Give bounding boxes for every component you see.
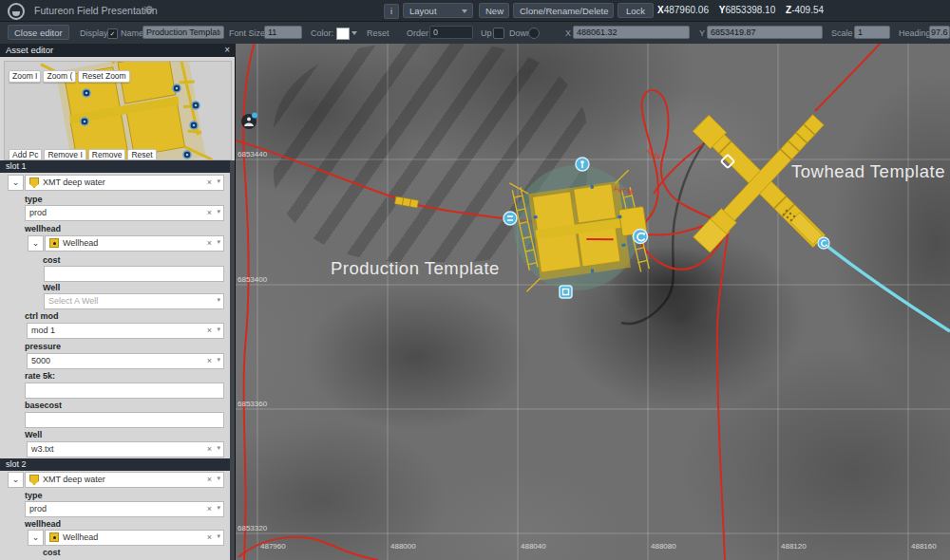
towhead-template-asset[interactable]: [693, 112, 826, 252]
chevron-down-icon[interactable]: ⌄: [28, 530, 44, 546]
clear-icon[interactable]: ×: [207, 473, 212, 487]
slot1-rate-input[interactable]: [25, 383, 224, 399]
slot1-well-select[interactable]: Select A Well ▾: [44, 293, 224, 309]
caret-down-icon[interactable]: ▾: [217, 205, 220, 218]
reset-button[interactable]: Reset: [127, 149, 156, 160]
sidebar-scrollbar[interactable]: [230, 160, 235, 560]
umbilical-line[interactable]: [822, 242, 950, 331]
reset-color-button[interactable]: Reset: [367, 28, 390, 38]
slot1-type-combo[interactable]: prod ×▾: [25, 205, 224, 221]
slot2-type-label: type: [25, 491, 43, 500]
add-port-button[interactable]: Add Pc: [9, 149, 42, 160]
color-swatch[interactable]: [336, 28, 350, 40]
close-icon[interactable]: ×: [224, 44, 230, 57]
display-checkbox[interactable]: ✓: [107, 28, 118, 39]
clear-icon[interactable]: ×: [207, 236, 212, 251]
handle-towhead[interactable]: [818, 237, 829, 249]
caret-down-icon[interactable]: ▾: [217, 441, 220, 455]
caret-down-icon[interactable]: ▾: [217, 293, 220, 307]
slot2-asset-combo[interactable]: XMT deep water ×▾: [25, 472, 224, 488]
field-map-canvas[interactable]: Production Template Towhead Template 48.…: [236, 44, 950, 560]
clear-icon[interactable]: ×: [207, 206, 212, 220]
scale-input[interactable]: [854, 26, 890, 39]
color-caret-icon[interactable]: [352, 31, 357, 35]
reset-zoom-button[interactable]: Reset Zoom: [78, 70, 129, 83]
slot1-rate-label: rate 5k:: [25, 371, 55, 381]
field-map[interactable]: Production Template Towhead Template 48.…: [236, 44, 950, 560]
chevron-down-icon[interactable]: ⌄: [8, 472, 24, 488]
slot1-pressure-value: 5000: [31, 356, 50, 365]
app-title: Futureon Field Presentation: [34, 5, 158, 16]
flowline-south[interactable]: [717, 220, 730, 560]
app-logo-icon: [8, 3, 25, 20]
slot1-pressure-combo[interactable]: 5000 ×▾: [27, 353, 224, 369]
slot1-wellfile-label: Well: [25, 430, 42, 439]
caret-down-icon[interactable]: ▾: [217, 501, 220, 514]
new-button[interactable]: New: [479, 3, 509, 18]
gear-icon[interactable]: ⚙: [144, 4, 154, 16]
towhead-template-label[interactable]: Towhead Template: [791, 161, 945, 181]
y-input[interactable]: [707, 26, 823, 39]
slot1-pressure-label: pressure: [25, 342, 61, 351]
remove-port-button[interactable]: Remove I: [44, 149, 86, 160]
font-size-label: Font Size:: [229, 28, 268, 38]
y-tick: 6853360: [238, 400, 268, 408]
clear-icon[interactable]: ×: [207, 176, 212, 190]
scrollbar-thumb[interactable]: [230, 160, 235, 560]
slot1-wellhead-value: Wellhead: [63, 238, 98, 248]
chevron-down-icon[interactable]: ⌄: [8, 175, 24, 191]
layout-dropdown[interactable]: Layout: [403, 3, 473, 18]
zoom-out-button[interactable]: Zoom (: [43, 70, 76, 83]
slot2-wellhead-combo[interactable]: Wellhead ×▾: [45, 530, 224, 546]
caret-down-icon[interactable]: ▾: [217, 353, 220, 366]
chevron-down-icon[interactable]: ⌄: [28, 235, 44, 252]
asset-editor-title-text: Asset editor: [6, 45, 53, 55]
close-editor-button[interactable]: Close editor: [8, 25, 69, 40]
asset-editor-panel: Asset editor ×: [0, 44, 236, 560]
slot1-type-value: prod: [29, 208, 47, 217]
clear-icon[interactable]: ×: [207, 354, 212, 368]
slot1-basecost-label: basecost: [25, 401, 62, 410]
slot1-wellfile-combo[interactable]: w3.txt ×▾: [27, 441, 224, 457]
remove-button[interactable]: Remove: [88, 149, 126, 160]
zoom-in-button[interactable]: Zoom I: [9, 70, 41, 83]
name-input[interactable]: [142, 26, 224, 39]
inline-connector-asset[interactable]: [394, 196, 418, 208]
slot1-wellhead-combo[interactable]: Wellhead ×▾: [45, 235, 224, 252]
clear-icon[interactable]: ×: [207, 502, 212, 516]
clone-rename-delete-button[interactable]: Clone/Rename/Delete: [513, 3, 614, 18]
caret-down-icon[interactable]: ▾: [217, 235, 220, 249]
heading-input[interactable]: [929, 26, 950, 39]
caret-down-icon[interactable]: ▾: [217, 472, 220, 485]
flowline-main[interactable]: [236, 140, 536, 222]
slot2-header: slot 2: [0, 458, 231, 471]
order-input[interactable]: [429, 26, 473, 39]
asset-preview[interactable]: Zoom IZoom (Reset Zoom Add PcRemove IRem…: [4, 61, 232, 160]
slot1-wellhead-label: wellhead: [25, 224, 61, 233]
up-label[interactable]: Up: [481, 28, 492, 38]
x-input[interactable]: [573, 26, 690, 39]
clear-icon[interactable]: ×: [207, 531, 212, 545]
production-template-label[interactable]: Production Template: [331, 258, 500, 278]
slot1-asset-combo[interactable]: XMT deep water ×▾: [25, 175, 224, 191]
clear-icon[interactable]: ×: [207, 324, 212, 338]
slot1-cost-input[interactable]: [44, 266, 224, 282]
order-up-icon[interactable]: [493, 28, 504, 39]
flowline-northeast[interactable]: [815, 44, 882, 111]
slot2-type-combo[interactable]: prod ×▾: [25, 501, 224, 517]
caret-down-icon[interactable]: ▾: [217, 530, 220, 543]
font-size-input[interactable]: [264, 26, 302, 39]
lock-button[interactable]: Lock: [618, 3, 654, 18]
caret-down-icon[interactable]: ▾: [217, 323, 220, 336]
caret-down-icon[interactable]: ▾: [217, 175, 220, 188]
handle-bottom[interactable]: [560, 286, 572, 298]
y-tick: 6853400: [238, 275, 268, 284]
slot1-basecost-input[interactable]: [25, 412, 224, 428]
layout-dropdown-value: Layout: [409, 6, 437, 16]
slot1-ctrlmod-combo[interactable]: mod 1 ×▾: [27, 323, 224, 339]
order-down-icon[interactable]: [528, 28, 540, 39]
clear-icon[interactable]: ×: [207, 442, 212, 457]
flowlines[interactable]: [236, 44, 882, 560]
handle-left[interactable]: [504, 212, 517, 225]
info-button[interactable]: i: [384, 4, 399, 19]
